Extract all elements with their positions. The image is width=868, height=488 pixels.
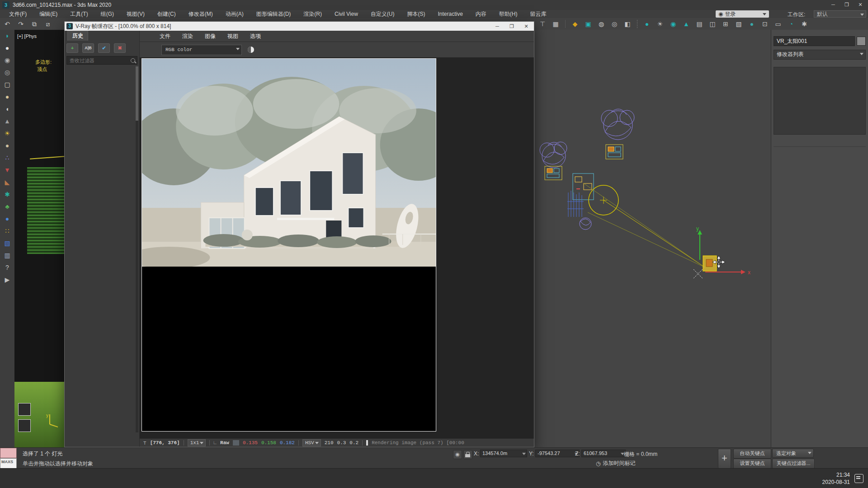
teapot-icon[interactable]: ◖ — [0, 103, 14, 115]
maxscript-mini-listener-pink[interactable] — [0, 448, 17, 458]
brush-icon[interactable]: ✱ — [799, 19, 810, 29]
vfb-maximize-button[interactable]: ❐ — [506, 22, 518, 31]
menu-item-2[interactable]: 工具(T) — [64, 10, 94, 18]
pin-icon[interactable]: ⊤ — [143, 440, 146, 446]
expand-toolbar-arrow-icon[interactable]: ▶ — [0, 274, 14, 286]
workspace-dropdown[interactable]: 默认 — [814, 10, 866, 18]
rendered-frame-window-icon[interactable]: ▣ — [583, 19, 594, 29]
coord-y-field[interactable]: -97543.27 — [535, 450, 580, 457]
compare-ab-icon[interactable]: ◧ — [622, 19, 633, 29]
menu-item-16[interactable]: 留云库 — [524, 10, 553, 18]
auto-key-button[interactable]: 自动关键点 — [733, 449, 771, 459]
history-scrollbar[interactable] — [136, 66, 138, 432]
monitor-icon[interactable]: ▭ — [773, 19, 783, 29]
selected-filter-dropdown[interactable]: 选定对象 — [772, 449, 814, 458]
render-iterative-icon[interactable]: ◎ — [609, 19, 620, 29]
flower-icon[interactable]: ✱ — [0, 188, 14, 201]
notification-center-icon[interactable] — [854, 474, 863, 483]
select-and-link-icon[interactable]: ⧉ — [29, 19, 40, 29]
sphere-tool-icon[interactable]: ● — [746, 19, 757, 29]
floating-button-1[interactable] — [18, 403, 31, 416]
help-icon[interactable]: ? — [0, 262, 14, 274]
cone-icon[interactable]: ▲ — [0, 115, 14, 127]
coord-x-field[interactable]: 134574.0m — [480, 450, 527, 457]
floating-button-2[interactable] — [18, 419, 31, 432]
align-icon[interactable]: ⊞ — [720, 19, 731, 29]
menu-item-14[interactable]: 内容 — [469, 10, 493, 18]
redo-icon[interactable]: ↷ — [15, 19, 26, 29]
vfb-menu-4[interactable]: 选项 — [250, 33, 261, 40]
vfb-title-bar[interactable]: 3 V-Ray 帧缓存区 - [100.0% of 800 x 814] ─ ❐… — [65, 22, 534, 31]
vfb-minimize-button[interactable]: ─ — [491, 22, 503, 31]
vfb-render-canvas[interactable] — [140, 57, 534, 438]
plant-icon[interactable]: ♣ — [0, 201, 14, 213]
drop-icon[interactable]: ▼ — [0, 164, 14, 176]
close-button[interactable]: ✕ — [854, 0, 867, 9]
modifier-stack[interactable] — [774, 67, 866, 135]
menu-item-6[interactable]: 修改器(M) — [182, 10, 219, 18]
toolbox-icon[interactable]: ▧ — [733, 19, 744, 29]
history-compare-ab-button[interactable]: A|B — [82, 43, 94, 53]
history-delete-button[interactable]: ✖ — [114, 43, 126, 53]
egg-icon[interactable]: ● — [0, 91, 14, 103]
gear-figure-icon[interactable]: ◎ — [0, 66, 14, 79]
channel-dropdown[interactable]: RGB color — [161, 45, 242, 55]
schedule-panel-icon[interactable]: ▦ — [550, 19, 561, 29]
vr-camera-icon[interactable]: ◉ — [668, 19, 679, 29]
maximize-button[interactable]: ❐ — [840, 0, 854, 9]
add-time-tag[interactable]: ◷ 添加时间标记 — [596, 460, 635, 467]
layer-manager-icon[interactable]: ▤ — [694, 19, 705, 29]
history-tab[interactable]: 历史 — [67, 31, 88, 41]
menu-item-3[interactable]: 组(G) — [94, 10, 120, 18]
cube-icon[interactable]: ▧ — [0, 237, 14, 249]
unlink-selection-icon[interactable]: ⧄ — [42, 19, 53, 29]
undo-icon[interactable]: ↶ — [2, 19, 13, 29]
viewport-label[interactable]: [+] [Phys — [17, 33, 37, 39]
sun-icon[interactable]: ☀ — [0, 127, 14, 140]
selection-lock-toggle[interactable] — [463, 450, 472, 459]
pick-icon[interactable]: ◣ — [0, 176, 14, 188]
key-filters-button[interactable]: 关键点过滤器... — [772, 459, 815, 469]
pixel-ratio-dropdown[interactable]: 1x1 — [188, 439, 206, 446]
menu-item-12[interactable]: 脚本(S) — [401, 10, 431, 18]
menu-item-4[interactable]: 视图(V) — [120, 10, 151, 18]
history-save-button[interactable]: + — [66, 43, 78, 53]
coord-z-field[interactable]: 61067.953 — [581, 450, 626, 457]
modifier-list-dropdown[interactable]: 修改器列表 — [774, 50, 866, 60]
vfb-menu-1[interactable]: 渲染 — [182, 33, 193, 40]
cloud-icon[interactable]: ● — [0, 42, 14, 54]
vfb-menu-2[interactable]: 图像 — [205, 33, 216, 40]
history-load-button[interactable]: ✔ — [98, 43, 110, 53]
menu-item-13[interactable]: Interactive — [431, 10, 469, 18]
vfb-menu-3[interactable]: 视图 — [227, 33, 238, 40]
isolate-selection-toggle[interactable]: ◉ — [453, 450, 462, 459]
color-clamp-icon[interactable] — [245, 44, 256, 55]
vfb-menu-0[interactable]: 文件 — [160, 33, 170, 40]
ball-figure-icon[interactable]: ● — [0, 213, 14, 225]
minimize-button[interactable]: ─ — [826, 0, 840, 9]
vfb-close-button[interactable]: ✕ — [520, 22, 532, 31]
render-setup-icon[interactable]: ◆ — [570, 19, 580, 29]
menu-item-11[interactable]: 自定义(U) — [364, 10, 401, 18]
render-production-icon[interactable]: ◍ — [596, 19, 607, 29]
dots-icon[interactable]: ∷ — [0, 225, 14, 237]
material-editor-icon[interactable]: ● — [642, 19, 652, 29]
arrow-tool-icon[interactable]: ◗ — [0, 30, 14, 42]
object-name-field[interactable]: VR_太阳001 — [774, 36, 855, 46]
pin-toolbar-icon[interactable]: ⊤ — [537, 19, 548, 29]
forest-tools-icon[interactable]: ▲ — [681, 19, 692, 29]
set-key-button[interactable]: 设置关键点 — [733, 459, 771, 469]
history-search-input[interactable] — [69, 57, 129, 64]
menu-item-8[interactable]: 图形编辑器(D) — [250, 10, 297, 18]
grid-tool-icon[interactable]: ⊡ — [760, 19, 770, 29]
menu-item-7[interactable]: 动画(A) — [219, 10, 250, 18]
hsv-dropdown[interactable]: HSV — [302, 439, 321, 446]
menu-item-0[interactable]: 文件(F) — [3, 10, 33, 18]
object-color-swatch[interactable] — [857, 37, 866, 46]
menu-item-15[interactable]: 帮助(H) — [493, 10, 524, 18]
sphere-icon[interactable]: ● — [0, 140, 14, 152]
login-button[interactable]: ◉ 登录 — [716, 10, 769, 18]
menu-item-1[interactable]: 编辑(E) — [33, 10, 64, 18]
box-icon[interactable]: ▥ — [0, 249, 14, 262]
mirror-icon[interactable]: ◫ — [707, 19, 718, 29]
